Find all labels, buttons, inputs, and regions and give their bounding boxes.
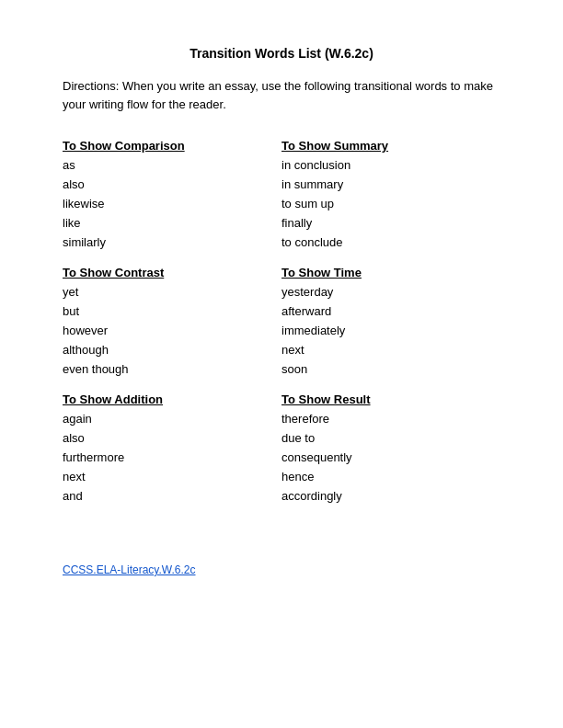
right-column: To Show Summaryin conclusionin summaryto… [282,139,500,508]
word-item: next [282,343,500,357]
directions-text: Directions: When you write an essay, use… [63,77,500,113]
word-item: also [63,177,282,191]
word-item: furthermore [63,450,282,464]
word-item: however [63,324,282,337]
word-item: immediately [282,324,500,337]
word-item: next [63,470,282,483]
word-item: although [63,343,282,357]
word-item: afterward [282,304,500,318]
word-item: in summary [282,177,500,191]
word-item: to sum up [282,197,500,210]
left-column: To Show Comparisonasalsolikewiselikesimi… [63,139,282,508]
word-item: finally [282,216,500,230]
ccss-link[interactable]: CCSS.ELA-Literacy.W.6.2c [63,563,196,576]
footer-link-container: CCSS.ELA-Literacy.W.6.2c [63,563,500,576]
word-item: yet [63,285,282,299]
page-title: Transition Words List (W.6.2c) [63,46,500,61]
word-item: to conclude [282,235,500,249]
section-heading-right-1: To Show Time [282,266,500,279]
word-item: soon [282,362,500,376]
main-columns: To Show Comparisonasalsolikewiselikesimi… [63,139,500,508]
section-heading-right-0: To Show Summary [282,139,500,153]
section-heading-left-0: To Show Comparison [63,139,282,153]
word-item: in conclusion [282,158,500,172]
section-heading-right-2: To Show Result [282,392,500,406]
word-item: likewise [63,197,282,210]
word-item: due to [282,431,500,445]
section-heading-left-2: To Show Addition [63,392,282,406]
word-item: consequently [282,450,500,464]
word-item: like [63,216,282,230]
section-heading-left-1: To Show Contrast [63,266,282,279]
word-item: but [63,304,282,318]
word-item: therefore [282,412,500,426]
word-item: again [63,412,282,426]
word-item: similarly [63,235,282,249]
word-item: hence [282,470,500,483]
word-item: accordingly [282,489,500,503]
word-item: yesterday [282,285,500,299]
word-item: also [63,431,282,445]
word-item: and [63,489,282,503]
word-item: even though [63,362,282,376]
word-item: as [63,158,282,172]
